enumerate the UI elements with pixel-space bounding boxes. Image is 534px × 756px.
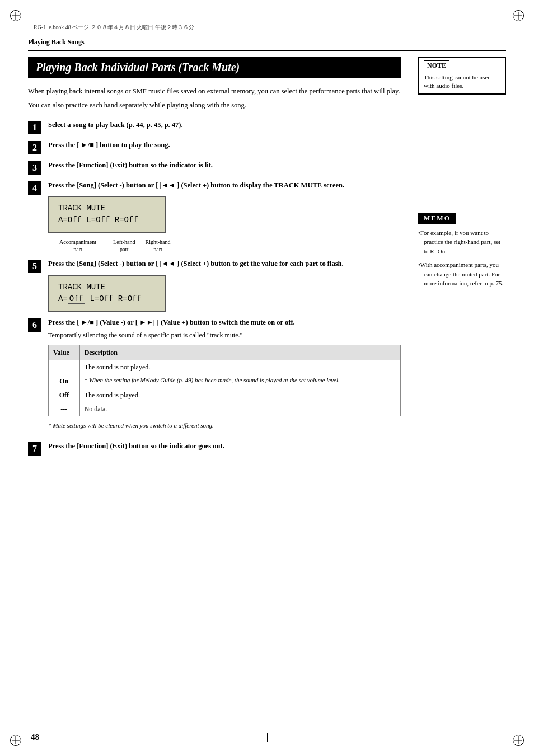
table-row-dash: --- No data.: [49, 402, 401, 416]
step-4-text: Press the [Song] (Select -) button or [ …: [48, 180, 401, 253]
value-table: Value Description The sound is not playe…: [48, 345, 401, 416]
step-number-1: 1: [28, 121, 41, 134]
lcd-label-right-hand: Right-handpart: [146, 238, 171, 253]
reg-mark-tr: [513, 10, 524, 21]
table-row-empty: The sound is not played.: [49, 360, 401, 374]
intro-paragraph-2: You can also practice each hand separate…: [28, 100, 401, 111]
table-header-description: Description: [79, 345, 400, 360]
lcd-label-accompaniment: Accompanimentpart: [59, 238, 96, 253]
header-divider: [34, 34, 500, 34]
step-number-4: 4: [28, 181, 41, 195]
article-title: Playing Back Individual Parts (Track Mut…: [36, 61, 240, 73]
lcd-boxed-value: Off: [68, 294, 85, 304]
step-7-text: Press the [Function] (Exit) button so th…: [48, 441, 401, 452]
lcd-screen-1: TRACK MUTE A=Off L=Off R=Off: [48, 196, 166, 233]
step-3-text: Press the [Function] (Exit) button so th…: [48, 160, 401, 171]
main-divider: [28, 50, 506, 51]
memo-bullet-1: •For example, if you want to practice th…: [418, 228, 506, 256]
article-title-box: Playing Back Individual Parts (Track Mut…: [28, 57, 401, 78]
step-number-5: 5: [28, 260, 41, 273]
main-column: Playing Back Individual Parts (Track Mut…: [28, 57, 411, 461]
section-title: Playing Back Songs: [28, 38, 85, 46]
side-column: NOTE This setting cannot be used with au…: [411, 57, 506, 461]
table-row-off: Off The sound is played.: [49, 388, 401, 402]
reg-mark-br: [513, 735, 524, 746]
step-3: 3 Press the [Function] (Exit) button so …: [28, 160, 401, 175]
memo-box: MEMO •For example, if you want to practi…: [418, 213, 506, 288]
table-on-desc: * When the setting for Melody Guide (p. …: [85, 377, 340, 383]
note-text: This setting cannot be used with audio f…: [424, 73, 500, 91]
step-number-3: 3: [28, 161, 41, 175]
step-5-text: Press the [Song] (Select -) button or [ …: [48, 259, 401, 312]
step-number-2: 2: [28, 141, 41, 154]
step-6-subtext: Temporarily silencing the sound of a spe…: [48, 330, 401, 340]
memo-label: MEMO: [418, 213, 456, 224]
step-number-6: 6: [28, 318, 41, 332]
step-6: 6 Press the [ ►/■ ] (Value -) or [ ►►| ]…: [28, 317, 401, 435]
header-meta: RG-1_e.book 48 ページ ２０８年４月８日 火曜日 午後２時３６分: [34, 24, 500, 31]
lcd-label-left-hand: Left-handpart: [113, 238, 135, 253]
memo-bullet-2: •With accompaniment parts, you can chang…: [418, 260, 506, 288]
bottom-center-cross: [263, 733, 271, 742]
page-number: 48: [31, 732, 39, 742]
step-5: 5 Press the [Song] (Select -) button or …: [28, 259, 401, 312]
table-header-value: Value: [49, 345, 80, 360]
step-number-7: 7: [28, 442, 41, 456]
reg-mark-bl: [10, 735, 21, 746]
lcd-screen-2: TRACK MUTE A=Off L=Off R=Off: [48, 275, 166, 312]
table-row-on: On The sound is not played. * When the s…: [49, 374, 401, 388]
step-2-text: Press the [ ►/■ ] button to play the son…: [48, 140, 401, 151]
italic-note: * Mute settings will be cleared when you…: [48, 421, 401, 430]
step-2: 2 Press the [ ►/■ ] button to play the s…: [28, 140, 401, 154]
step-1-text: Select a song to play back (p. 44, p. 45…: [48, 120, 401, 130]
note-label: NOTE: [424, 60, 449, 71]
step-1: 1 Select a song to play back (p. 44, p. …: [28, 120, 401, 134]
step-7: 7 Press the [Function] (Exit) button so …: [28, 441, 401, 456]
note-box: NOTE This setting cannot be used with au…: [418, 57, 506, 95]
step-6-content: Press the [ ►/■ ] (Value -) or [ ►►| ] (…: [48, 317, 401, 435]
reg-mark-tl: [10, 10, 21, 21]
intro-paragraph-1: When playing back internal songs or SMF …: [28, 86, 401, 97]
step-4: 4 Press the [Song] (Select -) button or …: [28, 180, 401, 253]
